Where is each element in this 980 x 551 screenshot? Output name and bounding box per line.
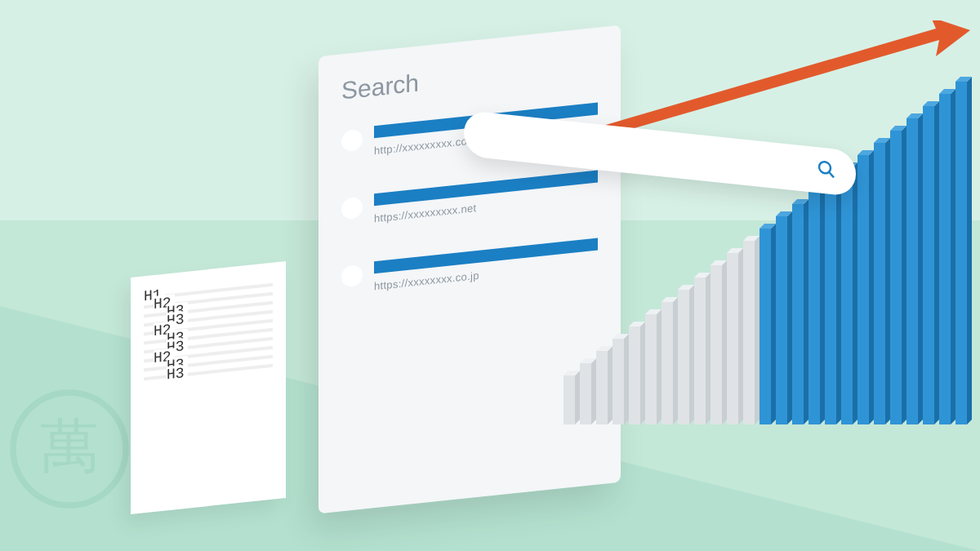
- document-line: H2: [144, 346, 273, 363]
- favicon-icon: [341, 129, 363, 153]
- heading-structure-document: H1H2H3H3H2H3H3H2H3H3: [131, 261, 286, 514]
- search-result[interactable]: https://xxxxxxxx.co.jp: [341, 238, 598, 295]
- favicon-icon: [341, 264, 363, 288]
- favicon-icon: [341, 197, 363, 220]
- svg-line-3: [830, 172, 835, 177]
- document-line: H2: [144, 292, 273, 309]
- document-line: H2: [144, 319, 273, 336]
- svg-point-2: [819, 161, 831, 173]
- search-icon: [817, 158, 836, 184]
- heading-label: H3: [167, 365, 188, 384]
- brand-seal-watermark: 萬: [8, 388, 131, 510]
- svg-text:萬: 萬: [40, 414, 99, 479]
